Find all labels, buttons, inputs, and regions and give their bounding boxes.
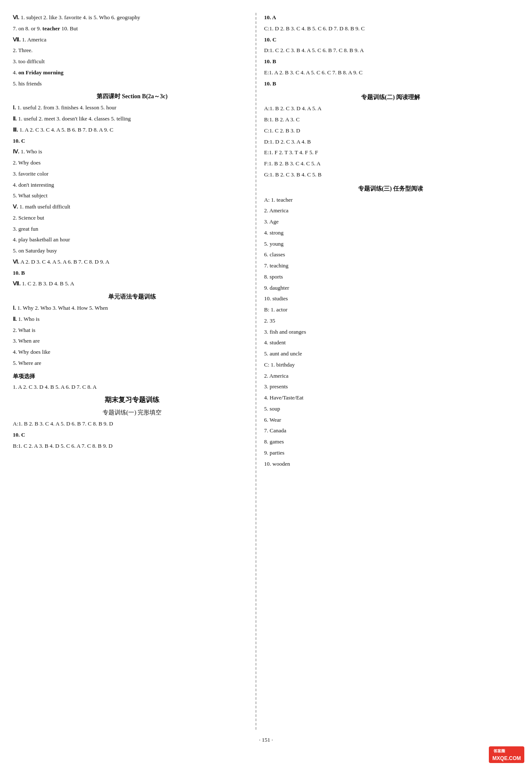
read-c: C:1. C 2. B 3. D [264,126,517,136]
task-c4: 4. Have/Taste/Eat [264,393,517,403]
task-a8: 8. sports [264,272,517,282]
task-a1: A: 1. teacher [264,195,517,205]
rt-d: D:1. C 2. C 3. B 4. A 5. C 6. B 7. C 8. … [264,46,517,56]
s4-iv1: Ⅳ. 1. Who is [13,147,251,157]
final-review-sub: 专题训练(一) 完形填空 [13,409,251,417]
task-a7: 7. teaching [264,261,517,271]
page: Ⅵ. 1. subject 2. like 3. favorite 4. is … [0,0,532,769]
single-choice-block: 1. A 2. C 3. D 4. B 5. A 6. D 7. C 8. A [13,382,251,392]
vi-line-1: Ⅵ. 1. subject 2. like 3. favorite 4. is … [13,13,251,23]
task-c8: 8. games [264,437,517,447]
s4-iv4: 4. don't interesting [13,180,251,190]
s4-vi-10b: 10. B [13,268,251,278]
right-top-block: 10. A C:1. D 2. B 3. C 4. B 5. C 6. D 7.… [264,13,517,88]
task-c2: 2. America [264,371,517,381]
rt-10a: 10. A [264,13,517,23]
fr-b: B:1. C 2. A 3. B 4. D 5. C 6. A 7. C 8. … [13,441,251,451]
reading-title: 专题训练(二) 阅读理解 [264,94,517,101]
final-review-title: 期末复习专题训练 [13,396,251,405]
s4-v3: 3. great fun [13,224,251,234]
fr-a: A:1. B 2. B 3. C 4. A 5. D 6. B 7. C 8. … [13,419,251,429]
task-a3: 3. Age [264,217,517,227]
gram-ii4: 4. Why does like [13,347,251,357]
task-c9: 9. parties [264,448,517,458]
section-fourth-block: Ⅰ. 1. useful 2. from 3. finishes 4. less… [13,103,251,289]
fr-10c: 10. C [13,430,251,440]
task-a9: 9. daughter [264,283,517,293]
read-b: B:1. B 2. A 3. C [264,115,517,125]
s4-v2: 2. Science but [13,213,251,223]
vii-line-5: 5. his friends [13,79,251,89]
grammar-block: Ⅰ. 1. Why 2. Who 3. What 4. How 5. When … [13,303,251,368]
section-fourth-title: 第四课时 Section B(2a～3c) [13,93,251,100]
s4-ii: Ⅱ. 1. useful 2. meet 3. doesn't like 4. … [13,114,251,124]
gram-i: Ⅰ. 1. Why 2. Who 3. What 4. How 5. When [13,303,251,313]
task-a5: 5. young [264,239,517,249]
gram-ii1: Ⅱ. 1. Who is [13,314,251,324]
rt-c: C:1. D 2. B 3. C 4. B 5. C 6. D 7. D 8. … [264,24,517,34]
task-c3: 3. presents [264,382,517,392]
gram-ii2: 2. What is [13,326,251,335]
section-vi-block: Ⅵ. 1. subject 2. like 3. favorite 4. is … [13,13,251,88]
task-c10: 10. wooden [264,459,517,469]
s4-iv3: 3. favorite color [13,169,251,179]
page-footer: · 151 · [9,737,523,743]
logo-bottom-text: MXQE.COM [492,755,521,761]
task-c7: 7. Canada [264,426,517,436]
task-c5: 5. soup [264,404,517,414]
s4-v5: 5. on Saturday busy [13,246,251,256]
s4-i: Ⅰ. 1. useful 2. from 3. finishes 4. less… [13,103,251,113]
s4-v4: 4. play basketball an hour [13,235,251,245]
task-a6: 6. classes [264,250,517,260]
task-c1: C: 1. birthday [264,360,517,370]
rt-e10b: 10. B [264,79,517,89]
gram-ii3: 3. When are [13,336,251,346]
task-b2: 2. 35 [264,316,517,326]
s4-iv2: 2. Why does [13,158,251,168]
reading-block: A:1. B 2. C 3. D 4. A 5. A B:1. B 2. A 3… [264,104,517,179]
task-b5: 5. aunt and uncle [264,349,517,359]
vii-line-4: 4. on Friday morning [13,68,251,78]
roman-vi: Ⅵ. [13,14,19,21]
grammar-title: 单元语法专题训练 [13,293,251,301]
rt-e: E:1. A 2. B 3. C 4. A 5. C 6. C 7. B 8. … [264,68,517,78]
s4-vii: Ⅶ. 1. C 2. B 3. D 4. B 5. A [13,279,251,289]
task-c6: 6. Wear [264,415,517,425]
logo-box: 答案圈 MXQE.COM [489,746,524,763]
content-area: Ⅵ. 1. subject 2. like 3. favorite 4. is … [9,13,523,730]
final-review-block: A:1. B 2. B 3. C 4. A 5. D 6. B 7. C 8. … [13,419,251,451]
s4-iv5: 5. What subject [13,191,251,201]
s4-v1: Ⅴ. 1. math useful difficult [13,202,251,212]
s4-10c: 10. C [13,136,251,146]
left-column: Ⅵ. 1. subject 2. like 3. favorite 4. is … [9,13,256,730]
task-b3: 3. fish and oranges [264,327,517,337]
vii-line-2: 2. Three. [13,46,251,56]
rt-10c: 10. C [264,35,517,45]
single-choice-title: 单项选择 [13,372,251,382]
rt-10b: 10. B [264,57,517,67]
vii-line-1: Ⅶ. 1. America [13,35,251,45]
vi-line-2: 7. on 8. or 9. teacher 10. But [13,24,251,34]
task-reading-title: 专题训练(三) 任务型阅读 [264,185,517,193]
task-a2: 2. America [264,206,517,216]
read-a: A:1. B 2. C 3. D 4. A 5. A [264,104,517,114]
vii-line-3: 3. too difficult [13,57,251,67]
logo-top-text: 答案圈 [492,748,521,754]
s4-iii: Ⅲ. 1. A 2. C 3. C 4. A 5. B 6. B 7. D 8.… [13,125,251,135]
page-number: · 151 · [259,737,273,743]
read-e: E:1. F 2. T 3. T 4. F 5. F [264,148,517,158]
sc-answers: 1. A 2. C 3. D 4. B 5. A 6. D 7. C 8. A [13,382,251,392]
right-column: 10. A C:1. D 2. B 3. C 4. B 5. C 6. D 7.… [256,13,521,730]
task-b1: B: 1. actor [264,305,517,315]
task-reading-block: A: 1. teacher 2. America 3. Age 4. stron… [264,195,517,469]
s4-vi-a: Ⅵ. A 2. D 3. C 4. A 5. A 6. B 7. C 8. D … [13,257,251,267]
read-f: F:1. B 2. B 3. C 4. C 5. A [264,159,517,169]
read-d: D:1. D 2. C 3. A 4. B [264,137,517,147]
task-a10: 10. studies [264,294,517,304]
read-g: G:1. B 2. C 3. B 4. C 5. B [264,170,517,180]
task-b4: 4. student [264,338,517,348]
task-a4: 4. strong [264,228,517,238]
gram-ii5: 5. Where are [13,358,251,368]
